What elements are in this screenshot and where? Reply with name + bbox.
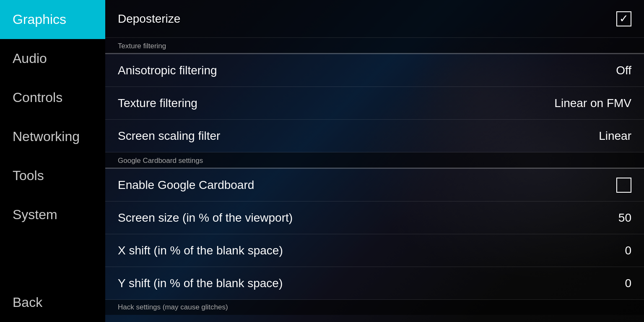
anisotropic-filtering-row[interactable]: Anisotropic filtering Off <box>105 54 644 87</box>
google-cardboard-header-text: Google Cardboard settings <box>118 157 203 165</box>
sidebar-label-tools: Tools <box>13 168 44 183</box>
deposterize-label: Deposterize <box>118 12 180 26</box>
sidebar-item-networking[interactable]: Networking <box>0 117 105 156</box>
screen-scaling-filter-row[interactable]: Screen scaling filter Linear <box>105 120 644 152</box>
sidebar-item-system[interactable]: System <box>0 195 105 234</box>
texture-filtering-row[interactable]: Texture filtering Linear on FMV <box>105 87 644 120</box>
sidebar: Graphics Audio Controls Networking Tools… <box>0 0 105 322</box>
x-shift-label: X shift (in % of the blank space) <box>118 244 283 257</box>
y-shift-row[interactable]: Y shift (in % of the blank space) 0 <box>105 267 644 300</box>
screen-size-label: Screen size (in % of the viewport) <box>118 211 293 225</box>
deposterize-row[interactable]: Deposterize ✓ <box>105 0 644 38</box>
texture-filtering-header-text: Texture filtering <box>118 42 166 50</box>
main-content: Deposterize ✓ Texture filtering Anisotro… <box>105 0 644 322</box>
sidebar-label-networking: Networking <box>13 129 80 144</box>
texture-filtering-header: Texture filtering <box>105 38 644 53</box>
sidebar-item-tools[interactable]: Tools <box>0 156 105 195</box>
hack-settings-header: Hack settings (may cause glitches) <box>105 300 644 315</box>
enable-google-cardboard-label: Enable Google Cardboard <box>118 178 254 192</box>
y-shift-label: Y shift (in % of the blank space) <box>118 277 283 290</box>
screen-scaling-filter-label: Screen scaling filter <box>118 129 220 143</box>
enable-google-cardboard-row[interactable]: Enable Google Cardboard <box>105 169 644 202</box>
sidebar-label-system: System <box>13 207 57 222</box>
y-shift-value: 0 <box>625 277 631 290</box>
sidebar-item-back[interactable]: Back <box>0 283 105 322</box>
sidebar-item-graphics[interactable]: Graphics <box>0 0 105 39</box>
anisotropic-filtering-value: Off <box>616 64 631 77</box>
sidebar-label-audio: Audio <box>13 51 47 66</box>
x-shift-value: 0 <box>625 244 631 257</box>
texture-filtering-value: Linear on FMV <box>554 97 631 110</box>
sidebar-item-audio[interactable]: Audio <box>0 39 105 78</box>
hack-settings-header-text: Hack settings (may cause glitches) <box>118 303 228 311</box>
texture-filtering-label: Texture filtering <box>118 97 197 110</box>
sidebar-label-graphics: Graphics <box>13 12 66 27</box>
enable-google-cardboard-checkbox[interactable] <box>616 178 631 193</box>
screen-scaling-filter-value: Linear <box>599 129 631 143</box>
anisotropic-filtering-label: Anisotropic filtering <box>118 64 217 77</box>
screen-size-row[interactable]: Screen size (in % of the viewport) 50 <box>105 202 644 234</box>
sidebar-label-back: Back <box>13 295 42 310</box>
screen-size-value: 50 <box>618 211 631 225</box>
sidebar-item-controls[interactable]: Controls <box>0 78 105 117</box>
deposterize-checkbox[interactable]: ✓ <box>616 11 631 26</box>
x-shift-row[interactable]: X shift (in % of the blank space) 0 <box>105 234 644 267</box>
sidebar-label-controls: Controls <box>13 90 62 105</box>
google-cardboard-header: Google Cardboard settings <box>105 152 644 168</box>
settings-panel: Deposterize ✓ Texture filtering Anisotro… <box>105 0 644 322</box>
